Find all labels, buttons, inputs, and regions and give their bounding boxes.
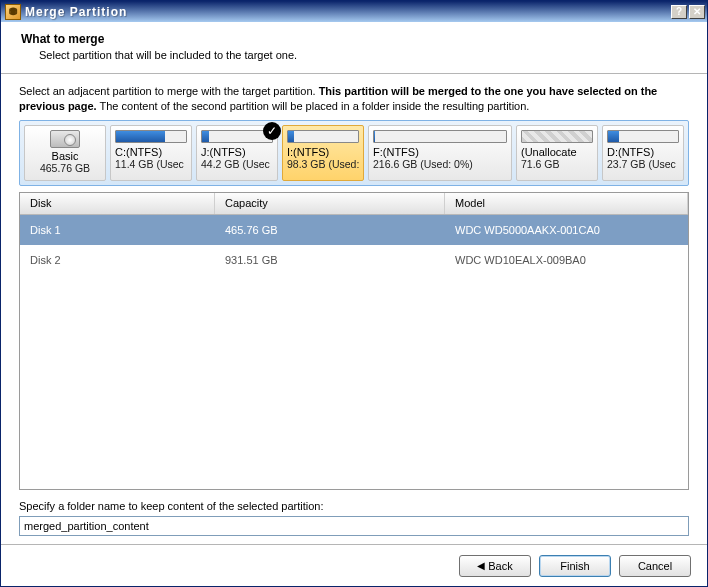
partition-sublabel: 11.4 GB (Usec [115, 158, 187, 170]
col-capacity[interactable]: Capacity [215, 193, 445, 214]
close-button[interactable]: ✕ [689, 5, 705, 19]
partition-label: D:(NTFS) [607, 146, 679, 158]
window: ⛃ Merge Partition ? ✕ What to merge Sele… [0, 0, 708, 587]
back-button[interactable]: ◀Back [459, 555, 531, 577]
intro-text: Select an adjacent partition to merge wi… [19, 84, 689, 114]
partition-sublabel: 44.2 GB (Usec [201, 158, 273, 170]
usage-bar [115, 130, 187, 143]
partition-label: J:(NTFS) [201, 146, 273, 158]
app-icon: ⛃ [5, 4, 21, 20]
checkmark-icon: ✓ [263, 122, 281, 140]
disk-card: Basic465.76 GB [24, 125, 106, 181]
cancel-button[interactable]: Cancel [619, 555, 691, 577]
footer: ◀Back Finish Cancel [1, 544, 707, 586]
partition-card[interactable]: F:(NTFS)216.6 GB (Used: 0%) [368, 125, 512, 181]
usage-bar [607, 130, 679, 143]
col-model[interactable]: Model [445, 193, 688, 214]
back-label: Back [488, 560, 512, 572]
finish-button[interactable]: Finish [539, 555, 611, 577]
header-title: What to merge [21, 32, 687, 46]
intro-tail: The content of the second partition will… [97, 100, 530, 112]
table-row[interactable]: Disk 2931.51 GBWDC WD10EALX-009BA0 [20, 245, 688, 275]
main-area: Select an adjacent partition to merge wi… [1, 74, 707, 544]
table-header: Disk Capacity Model [20, 193, 688, 215]
partition-label: F:(NTFS) [373, 146, 507, 158]
partition-card[interactable]: D:(NTFS)23.7 GB (Usec [602, 125, 684, 181]
col-disk[interactable]: Disk [20, 193, 215, 214]
partition-card[interactable]: I:(NTFS)98.3 GB (Used: [282, 125, 364, 181]
intro-lead: Select an adjacent partition to merge wi… [19, 85, 319, 97]
table-body: Disk 1465.76 GBWDC WD5000AAKX-001CA0Disk… [20, 215, 688, 489]
wizard-header: What to merge Select partition that will… [1, 22, 707, 74]
partition-card[interactable]: C:(NTFS)11.4 GB (Usec [110, 125, 192, 181]
folder-name-input[interactable] [19, 516, 689, 536]
content: What to merge Select partition that will… [1, 22, 707, 586]
partition-label: Basic [52, 150, 79, 162]
help-button[interactable]: ? [671, 5, 687, 19]
cell-capacity: 931.51 GB [215, 254, 445, 266]
cell-capacity: 465.76 GB [215, 224, 445, 236]
header-subtitle: Select partition that will be included t… [21, 49, 687, 61]
cell-disk: Disk 2 [20, 254, 215, 266]
table-row[interactable]: Disk 1465.76 GBWDC WD5000AAKX-001CA0 [20, 215, 688, 245]
cell-model: WDC WD10EALX-009BA0 [445, 254, 688, 266]
cell-disk: Disk 1 [20, 224, 215, 236]
partition-sublabel: 23.7 GB (Usec [607, 158, 679, 170]
usage-bar [287, 130, 359, 143]
cancel-label: Cancel [638, 560, 672, 572]
window-title: Merge Partition [25, 5, 671, 19]
disk-table: Disk Capacity Model Disk 1465.76 GBWDC W… [19, 192, 689, 490]
chevron-left-icon: ◀ [477, 560, 485, 571]
partition-strip: Basic465.76 GBC:(NTFS)11.4 GB (UsecJ:(NT… [19, 120, 689, 186]
partition-label: I:(NTFS) [287, 146, 359, 158]
usage-bar [373, 130, 507, 143]
partition-sublabel: 71.6 GB [521, 158, 593, 170]
partition-label: C:(NTFS) [115, 146, 187, 158]
hard-disk-icon [50, 130, 80, 148]
partition-card[interactable]: J:(NTFS)44.2 GB (Usec✓ [196, 125, 278, 181]
finish-label: Finish [560, 560, 589, 572]
partition-card-unallocated[interactable]: (Unallocate71.6 GB [516, 125, 598, 181]
folder-label: Specify a folder name to keep content of… [19, 500, 689, 512]
titlebar: ⛃ Merge Partition ? ✕ [1, 1, 707, 22]
cell-model: WDC WD5000AAKX-001CA0 [445, 224, 688, 236]
partition-label: (Unallocate [521, 146, 593, 158]
partition-sublabel: 98.3 GB (Used: [287, 158, 359, 170]
partition-sublabel: 465.76 GB [40, 162, 90, 174]
usage-bar [521, 130, 593, 143]
partition-sublabel: 216.6 GB (Used: 0%) [373, 158, 507, 170]
